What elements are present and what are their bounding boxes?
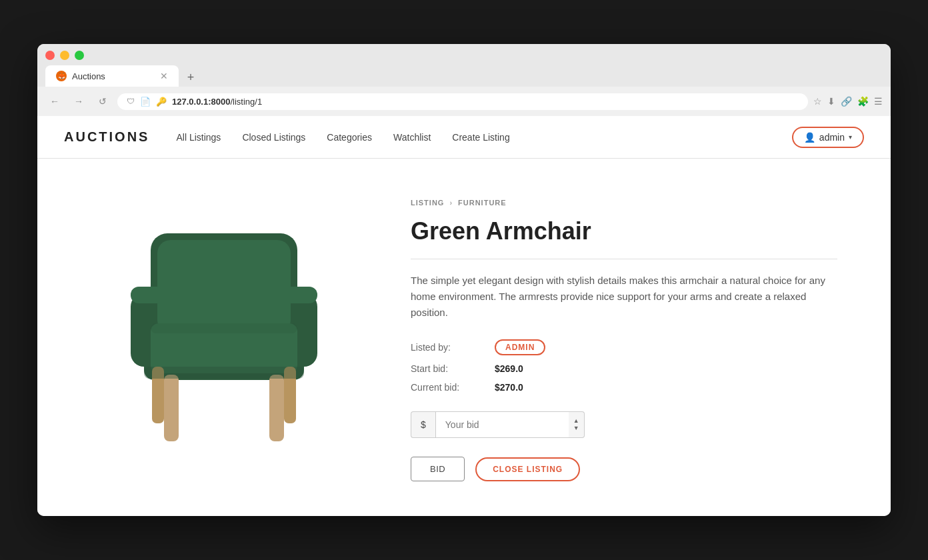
browser-chrome: 🦊 Auctions ✕ + xyxy=(37,44,891,87)
start-bid-value: $269.0 xyxy=(495,363,523,374)
close-listing-button[interactable]: CLOSE LISTING xyxy=(475,457,580,481)
svg-rect-8 xyxy=(164,375,179,441)
forward-button[interactable]: → xyxy=(69,92,88,111)
toolbar-right-actions: ☆ ⬇ 🔗 🧩 ☰ xyxy=(813,96,883,107)
breadcrumb: LISTING › FURNITURE xyxy=(411,199,837,207)
app-logo: AUCTIONS xyxy=(64,129,149,145)
nav-link-closed-listings[interactable]: Closed Listings xyxy=(242,132,305,143)
browser-toolbar: ← → ↺ 🛡 📄 🔑 127.0.0.1:8000/listing/1 ☆ ⬇… xyxy=(37,87,891,116)
nav-links: All Listings Closed Listings Categories … xyxy=(176,132,791,143)
product-description: The simple yet elegant design with styli… xyxy=(411,273,837,321)
maximize-window-button[interactable] xyxy=(75,51,84,60)
chevron-down-icon: ▾ xyxy=(849,133,852,141)
nav-link-categories[interactable]: Categories xyxy=(327,132,372,143)
listed-by-row: Listed by: ADMIN xyxy=(411,339,837,355)
browser-tabs: 🦊 Auctions ✕ + xyxy=(45,65,883,87)
spinner-up-icon[interactable]: ▲ xyxy=(573,417,579,425)
product-image xyxy=(97,193,351,473)
start-bid-label: Start bid: xyxy=(411,363,484,374)
browser-tab-active[interactable]: 🦊 Auctions ✕ xyxy=(45,65,179,87)
bid-spinner[interactable]: ▲ ▼ xyxy=(569,411,585,438)
nav-link-watchlist[interactable]: Watchlist xyxy=(393,132,431,143)
back-button[interactable]: ← xyxy=(45,92,64,111)
minimize-window-button[interactable] xyxy=(60,51,69,60)
current-bid-value: $270.0 xyxy=(495,382,523,393)
user-name-label: admin xyxy=(819,132,845,143)
start-bid-row: Start bid: $269.0 xyxy=(411,363,837,374)
svg-rect-9 xyxy=(269,375,284,441)
addons-icon[interactable]: 🧩 xyxy=(857,96,869,107)
svg-rect-6 xyxy=(157,240,291,333)
downloads-icon[interactable]: ⬇ xyxy=(827,96,835,107)
menu-icon[interactable]: ☰ xyxy=(874,96,883,107)
security-shield-icon: 🛡 xyxy=(127,97,135,106)
url-host: 127.0.0.1:8000 xyxy=(172,97,230,107)
extensions-icon[interactable]: 🔗 xyxy=(841,96,852,107)
nav-link-all-listings[interactable]: All Listings xyxy=(176,132,221,143)
browser-window: 🦊 Auctions ✕ + ← → ↺ 🛡 📄 🔑 127.0.0.1:800… xyxy=(37,44,891,516)
bid-input[interactable] xyxy=(435,411,569,438)
action-buttons: BID CLOSE LISTING xyxy=(411,457,837,481)
url-path: /listing/1 xyxy=(230,97,262,107)
product-divider xyxy=(411,259,837,259)
admin-badge: ADMIN xyxy=(495,339,545,355)
breadcrumb-category: FURNITURE xyxy=(458,199,507,207)
tab-close-button[interactable]: ✕ xyxy=(160,71,168,81)
browser-traffic-lights xyxy=(45,51,883,60)
lock-icon: 🔑 xyxy=(156,97,167,107)
bid-button[interactable]: BID xyxy=(411,457,465,481)
main-content: LISTING › FURNITURE Green Armchair The s… xyxy=(37,159,891,508)
app-nav: AUCTIONS All Listings Closed Listings Ca… xyxy=(37,116,891,159)
close-window-button[interactable] xyxy=(45,51,55,60)
product-title: Green Armchair xyxy=(411,217,837,245)
breadcrumb-separator: › xyxy=(449,199,453,207)
listed-by-label: Listed by: xyxy=(411,342,484,353)
product-image-area xyxy=(91,185,357,481)
svg-rect-12 xyxy=(144,367,304,379)
user-icon: 👤 xyxy=(804,132,815,143)
address-bar[interactable]: 🛡 📄 🔑 127.0.0.1:8000/listing/1 xyxy=(117,93,808,110)
current-bid-label: Current bid: xyxy=(411,382,484,393)
breadcrumb-listing: LISTING xyxy=(411,199,444,207)
tab-title: Auctions xyxy=(72,71,105,81)
tab-favicon: 🦊 xyxy=(56,71,67,81)
reload-button[interactable]: ↺ xyxy=(93,92,112,111)
nav-link-create-listing[interactable]: Create Listing xyxy=(452,132,509,143)
user-menu-button[interactable]: 👤 admin ▾ xyxy=(792,127,864,148)
product-details: LISTING › FURNITURE Green Armchair The s… xyxy=(411,185,837,481)
bid-input-row: $ ▲ ▼ xyxy=(411,411,837,438)
page-icon: 📄 xyxy=(140,97,151,107)
bookmark-icon[interactable]: ☆ xyxy=(813,96,822,107)
bid-currency-symbol: $ xyxy=(411,411,435,438)
new-tab-button[interactable]: + xyxy=(181,68,200,87)
spinner-down-icon[interactable]: ▼ xyxy=(573,425,579,432)
url-text: 127.0.0.1:8000/listing/1 xyxy=(172,97,799,107)
app-content: AUCTIONS All Listings Closed Listings Ca… xyxy=(37,116,891,516)
product-meta: Listed by: ADMIN Start bid: $269.0 Curre… xyxy=(411,339,837,393)
svg-rect-13 xyxy=(151,323,297,333)
current-bid-row: Current bid: $270.0 xyxy=(411,382,837,393)
